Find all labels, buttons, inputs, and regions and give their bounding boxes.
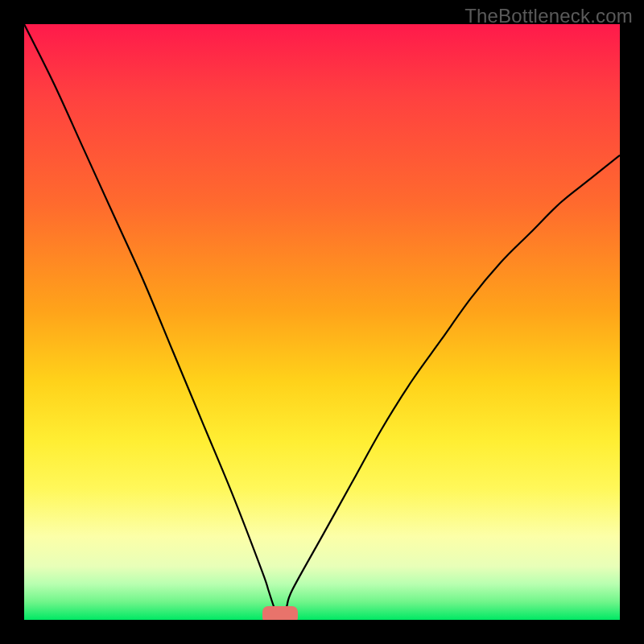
chart-frame: TheBottleneck.com [0,0,644,644]
curve-layer [24,24,620,620]
optimal-marker [262,606,298,620]
watermark-text: TheBottleneck.com [464,5,633,27]
bottleneck-curve [24,24,620,620]
plot-area [24,24,620,620]
